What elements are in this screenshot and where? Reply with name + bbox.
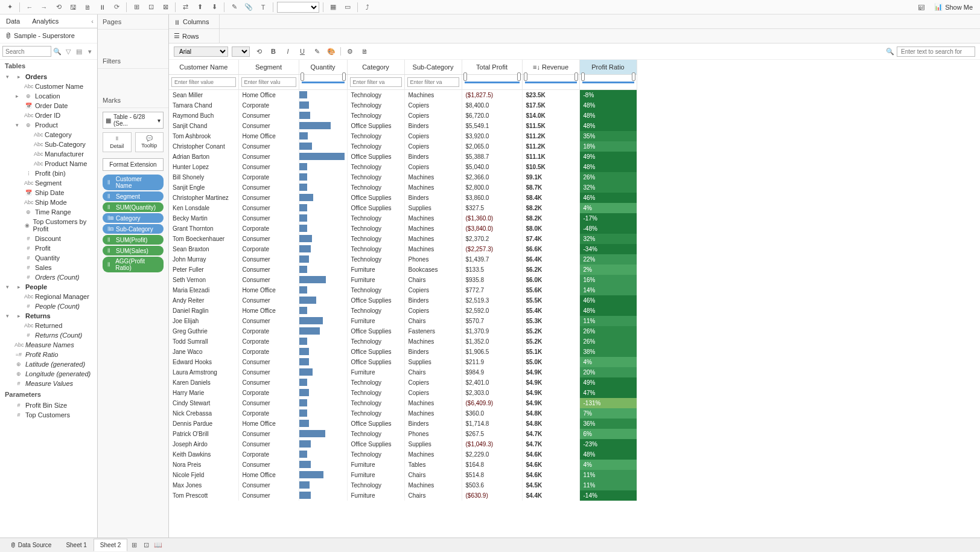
new-worksheet-icon[interactable]: ⊞ bbox=[130, 1, 142, 13]
table-row[interactable]: John Murray Consumer Technology Phones $… bbox=[169, 254, 637, 265]
table-row[interactable]: Max Jones Consumer Technology Machines $… bbox=[169, 480, 637, 490]
tree-item[interactable]: AbcCategory bbox=[0, 130, 97, 140]
table-row[interactable]: Sean Braxton Corporate Technology Machin… bbox=[169, 244, 637, 254]
table-row[interactable]: Adrian Barton Consumer Office Supplies B… bbox=[169, 152, 637, 162]
show-me-button[interactable]: 📊 Show Me bbox=[931, 1, 976, 13]
refresh-icon[interactable]: ⟳ bbox=[110, 1, 122, 13]
format-extension-button[interactable]: Format Extension bbox=[103, 158, 164, 171]
label-icon[interactable]: T bbox=[257, 1, 269, 13]
tree-item[interactable]: AbcProduct Name bbox=[0, 159, 97, 168]
new-datasource-icon[interactable]: 🗎 bbox=[81, 1, 94, 13]
marks-pill[interactable]: ⫴⊟Sub-Category bbox=[103, 224, 164, 234]
tree-item[interactable]: AbcReturned bbox=[0, 321, 97, 330]
table-row[interactable]: Christopher Conant Consumer Technology C… bbox=[169, 141, 637, 152]
sheet-tab[interactable]: Sheet 1 bbox=[59, 539, 93, 551]
reset-icon[interactable]: ⟲ bbox=[253, 46, 264, 57]
tree-item[interactable]: ◉Top Customers by Profit bbox=[0, 217, 97, 234]
marks-pill[interactable]: ⫴SUM(Sales) bbox=[103, 246, 164, 255]
save-icon[interactable]: 🖫 bbox=[67, 1, 79, 13]
table-row[interactable]: Nick Crebassa Corporate Technology Machi… bbox=[169, 408, 637, 419]
table-row[interactable]: Greg Guthrie Corporate Office Supplies F… bbox=[169, 326, 637, 336]
table-row[interactable]: Harry Marie Corporate Technology Copiers… bbox=[169, 388, 637, 398]
logo-icon[interactable]: ✦ bbox=[4, 1, 16, 13]
tree-item[interactable]: #Sales bbox=[0, 263, 97, 272]
font-family-select[interactable]: Arial bbox=[174, 47, 228, 57]
export-icon[interactable]: 🗎 bbox=[359, 46, 370, 57]
table-row[interactable]: Jane Waco Corporate Office Supplies Bind… bbox=[169, 347, 637, 357]
tree-item[interactable]: ⊕Latitude (generated) bbox=[0, 359, 97, 369]
table-row[interactable]: Patrick O'Brill Consumer Technology Phon… bbox=[169, 429, 637, 439]
fill-color-icon[interactable]: 🎨 bbox=[326, 46, 337, 57]
tooltip-button[interactable]: 💬 Tooltip bbox=[135, 132, 164, 152]
tree-item[interactable]: AbcMeasure Names bbox=[0, 340, 97, 350]
forward-icon[interactable]: → bbox=[38, 1, 50, 13]
menu-icon[interactable]: ▾ bbox=[85, 46, 95, 57]
tree-item[interactable]: ▾▸Returns bbox=[0, 311, 97, 321]
tree-item[interactable]: ▾▸People bbox=[0, 282, 97, 292]
tree-item[interactable]: AbcShip Mode bbox=[0, 197, 97, 207]
table-row[interactable]: Raymond Buch Consumer Technology Copiers… bbox=[169, 111, 637, 121]
duplicate-icon[interactable]: ⊡ bbox=[145, 1, 157, 13]
tree-item[interactable]: ▾⊕Product bbox=[0, 120, 97, 130]
table-row[interactable]: Karen Daniels Consumer Technology Copier… bbox=[169, 377, 637, 388]
settings-icon[interactable]: ⚙ bbox=[345, 46, 355, 57]
table-row[interactable]: Tom Ashbrook Home Office Technology Copi… bbox=[169, 131, 637, 141]
range-slider[interactable] bbox=[465, 76, 520, 88]
tree-item[interactable]: ⊕Longitude (generated) bbox=[0, 369, 97, 379]
new-worksheet-icon[interactable]: ⊞ bbox=[129, 540, 139, 551]
sort-desc-icon[interactable]: ⬇ bbox=[208, 1, 220, 13]
back-icon[interactable]: ← bbox=[24, 1, 36, 13]
column-header[interactable]: Quantity bbox=[299, 60, 347, 75]
pause-icon[interactable]: ⏸ bbox=[96, 1, 108, 13]
tree-item[interactable]: AbcSegment bbox=[0, 178, 97, 188]
new-story-icon[interactable]: 📖 bbox=[153, 540, 164, 551]
table-row[interactable]: Edward Hooks Consumer Office Supplies Su… bbox=[169, 357, 637, 367]
column-header[interactable]: Category bbox=[347, 60, 404, 75]
search-input[interactable] bbox=[2, 46, 51, 57]
column-filter-input[interactable] bbox=[407, 77, 459, 87]
tree-item[interactable]: #Discount bbox=[0, 234, 97, 243]
column-header[interactable]: Sub-Category bbox=[404, 60, 462, 75]
table-row[interactable]: Joseph Airdo Consumer Office Supplies Su… bbox=[169, 439, 637, 449]
explain-icon[interactable]: 🗟 bbox=[915, 1, 927, 13]
range-slider[interactable] bbox=[302, 76, 345, 88]
bold-button[interactable]: B bbox=[268, 46, 279, 57]
tree-item[interactable]: AbcRegional Manager bbox=[0, 292, 97, 301]
fit-dropdown[interactable] bbox=[277, 2, 319, 13]
table-row[interactable]: Joe Elijah Consumer Furniture Chairs $57… bbox=[169, 316, 637, 326]
column-header[interactable]: Segment bbox=[238, 60, 299, 75]
tree-item[interactable]: ▾▸Orders bbox=[0, 72, 97, 82]
table-row[interactable]: Sean Miller Home Office Technology Machi… bbox=[169, 90, 637, 100]
table-row[interactable]: Maria Etezadi Home Office Technology Cop… bbox=[169, 285, 637, 295]
data-source-tab[interactable]: 🛢 Data Source bbox=[4, 539, 58, 551]
view-icon[interactable]: ▤ bbox=[74, 46, 84, 57]
tree-item[interactable]: ⊕Time Range bbox=[0, 207, 97, 217]
tree-item[interactable]: AbcOrder ID bbox=[0, 111, 97, 120]
highlight-icon[interactable]: ✎ bbox=[228, 1, 240, 13]
table-row[interactable]: Seth Vernon Consumer Furniture Chairs $9… bbox=[169, 275, 637, 285]
marks-pill[interactable]: ⫴Segment bbox=[103, 191, 164, 201]
table-row[interactable]: Todd Sumrall Corporate Technology Machin… bbox=[169, 336, 637, 347]
rows-shelf[interactable] bbox=[220, 29, 980, 43]
column-filter-input[interactable] bbox=[350, 77, 402, 87]
table-row[interactable]: Cindy Stewart Consumer Technology Machin… bbox=[169, 398, 637, 408]
tree-item[interactable]: #Returns (Count) bbox=[0, 330, 97, 340]
swap-icon[interactable]: ⇄ bbox=[179, 1, 191, 13]
tree-item[interactable]: AbcCustomer Name bbox=[0, 82, 97, 91]
share-icon[interactable]: ⤴ bbox=[361, 1, 374, 13]
column-header[interactable]: Profit Ratio bbox=[579, 60, 637, 75]
column-filter-input[interactable] bbox=[241, 77, 296, 87]
table-row[interactable]: Daniel Raglin Home Office Technology Cop… bbox=[169, 306, 637, 316]
view-area[interactable]: Customer NameSegmentQuantityCategorySub-… bbox=[169, 60, 980, 538]
sort-asc-icon[interactable]: ⬆ bbox=[194, 1, 206, 13]
detail-button[interactable]: ⫴ Detail bbox=[103, 132, 132, 152]
range-slider[interactable] bbox=[525, 76, 577, 88]
table-row[interactable]: Grant Thornton Corporate Technology Mach… bbox=[169, 223, 637, 234]
tree-item[interactable]: AbcManufacturer bbox=[0, 149, 97, 159]
tree-item[interactable]: AbcSub-Category bbox=[0, 140, 97, 149]
table-row[interactable]: Sanjit Chand Consumer Office Supplies Bi… bbox=[169, 121, 637, 131]
tree-item[interactable]: #Profit bbox=[0, 243, 97, 253]
marks-type-dropdown[interactable]: ▦ Table - 6/28 (Se... ▾ bbox=[103, 112, 164, 129]
presentation-icon[interactable]: ▭ bbox=[342, 1, 354, 13]
table-row[interactable]: Ken Lonsdale Consumer Office Supplies Su… bbox=[169, 203, 637, 213]
